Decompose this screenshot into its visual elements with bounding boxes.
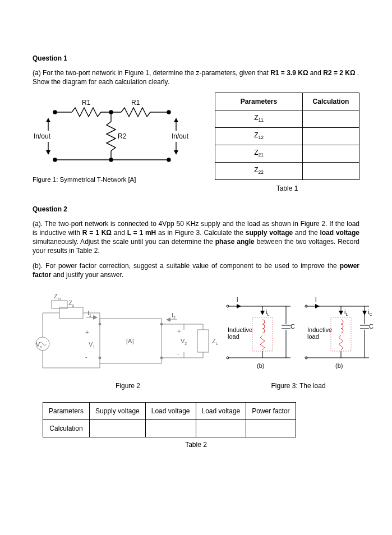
q2-part-a: (a). The two-port network is connected t… [33,219,359,256]
svg-rect-23 [59,307,83,319]
fig3-ind-right: Inductive [307,326,332,333]
tbl2-c1 [90,419,146,437]
figure-2-caption: Figure 2 [33,382,223,390]
svg-point-46 [160,323,163,325]
svg-marker-68 [339,311,343,315]
table-1: Parameters Calculation Z11 Z12 Z21 Z22 [215,93,359,180]
q2-b-end: and justify your answer. [51,271,123,279]
svg-marker-17 [174,118,178,122]
table-1-wrap: Parameters Calculation Z11 Z12 Z21 Z22 [215,93,359,192]
z-sub: 11 [258,118,263,123]
fig2-zl: ZL [212,338,218,345]
q2-mid3: simultaneously. Adjust the scale until y… [33,238,215,246]
fig1-r1-right-label: R1 [131,99,140,107]
q2-R: R = 1 KΩ [82,229,112,237]
svg-text:+: + [85,329,89,335]
svg-marker-32 [93,315,98,320]
figure-3-svg: i iL C Inductive load (b) i iL iC C Indu… [223,290,373,375]
svg-marker-76 [362,311,367,315]
svg-point-0 [53,110,57,114]
fig1-right-port-label: In/out [172,132,189,140]
svg-point-8 [53,158,57,162]
svg-marker-36 [166,317,170,322]
fig3-subb-right: (b) [335,362,343,369]
fig3-i-left: i [237,296,238,303]
figure-3-caption: Figure 3: The load [223,382,373,390]
svg-rect-37 [197,330,209,352]
svg-marker-53 [237,304,241,308]
fig3-i-right: i [315,296,316,303]
q1-text-prefix: (a) For the two-port network in Figure 1… [33,69,270,77]
svg-marker-19 [174,150,178,155]
q1-part-a: (a) For the two-port network in Figure 1… [33,68,359,86]
fig3-ind-left: Inductive [228,326,252,333]
svg-text:-: - [177,350,179,357]
table-2-caption: Table 2 [33,441,359,449]
fig3-load-left: load [228,333,239,340]
svg-marker-55 [260,311,265,315]
fig3-load-right: load [307,333,319,340]
svg-point-45 [99,357,101,359]
fig3-iC-right: iC [368,308,372,316]
tbl1-row-z21: Z21 [215,145,303,162]
q2-part-b: (b). For power factor correction, sugges… [33,261,359,279]
q1-r1: R1 = 3.9 KΩ [270,69,308,77]
fig3-C-left: C [290,323,295,330]
fig2-v1: V1 [89,341,95,349]
q2-b-pre: (b). For power factor correction, sugges… [33,262,340,270]
fig1-r2-label: R2 [118,132,127,140]
tbl2-h4: Power factor [246,402,296,419]
z-sub: 22 [258,170,263,176]
tbl2-c4 [246,419,296,437]
fig1-left-port-label: In/out [34,132,51,140]
q1-text-mid: and [308,69,324,77]
z-sub: 21 [258,153,263,158]
fig3-iL-left: iL [266,308,269,316]
q2-supply-v: supply voltage [246,229,293,237]
fig3-C-right: C [369,323,373,330]
tbl2-h0: Parameters [43,402,90,419]
q2-mid1: as in Figure 3. Calculate the [156,229,246,237]
tbl1-calc-z22 [302,162,359,179]
fig2-zs: Zs [68,299,75,307]
svg-point-10 [167,158,170,162]
page: Question 1 (a) For the two-port network … [0,0,392,535]
q2-L: L = 1 mH [127,229,156,237]
svg-point-11 [109,158,113,162]
svg-marker-15 [46,150,50,155]
tbl1-row-z12: Z12 [215,127,303,145]
fig2-v2: V2 [181,338,187,345]
fig1-r1-left-label: R1 [82,99,91,107]
fig2-A: [A] [126,338,133,344]
q2-heading: Question 2 [33,205,359,214]
q2-phase: phase angle [215,238,255,246]
figure-1-caption: Figure 1: Symmetrical T-Network [A] [33,176,195,183]
tbl2-h2: Load voltage [145,402,196,419]
q1-heading: Question 1 [33,54,359,63]
figure-2: Zin Zs Vs V1 + - [A] I1 I2 V2 + - ZL Fig… [33,290,223,390]
tbl2-c3 [196,419,246,437]
table-2: Parameters Supply voltage Load voltage L… [43,402,296,437]
q2-and1: and [112,229,127,237]
svg-point-47 [160,357,163,359]
tbl1-header-parameters: Parameters [215,93,303,110]
figure-2-svg: Zin Zs Vs V1 + - [A] I1 I2 V2 + - ZL [33,290,223,375]
tbl1-row-z22: Z22 [215,162,303,179]
fig3-iL-right: iL [344,308,348,316]
q2-load-v: load voltage [320,229,359,237]
tbl2-h3: Load voltage [196,402,246,419]
tbl2-rowlabel: Calculation [43,419,90,437]
tbl1-calc-z11 [302,110,359,127]
q1-figure-and-table-row: R1 R1 R2 In/out In/out Figure 1: Symmetr… [33,93,359,192]
q1-r2: R2 = 2 KΩ [323,69,355,77]
svg-point-44 [99,323,101,325]
tbl1-calc-z12 [302,127,359,145]
fig2-zin: Zin [54,293,61,301]
z-sub: 12 [258,135,263,141]
figure-1-svg: R1 R1 R2 In/out In/out [33,93,195,171]
fig2-i1: I1 [87,310,91,317]
svg-text:+: + [177,328,181,334]
svg-point-4 [167,110,170,114]
svg-marker-13 [46,118,50,122]
tbl1-header-calculation: Calculation [302,93,359,110]
